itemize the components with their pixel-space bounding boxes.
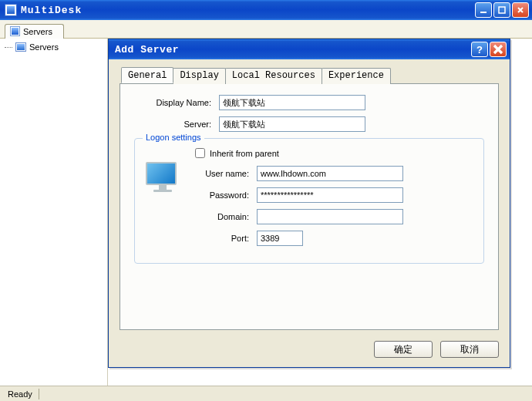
logon-settings-group: Logon settings Inherit from parent (134, 138, 484, 264)
close-button[interactable] (512, 2, 529, 18)
tab-display[interactable]: Display (173, 68, 225, 84)
dialog-tabs: General Display Local Resources Experien… (121, 67, 499, 83)
tab-experience-label: Experience (328, 70, 384, 81)
app-icon (5, 4, 17, 16)
logon-legend: Logon settings (143, 133, 204, 142)
servers-icon (10, 26, 20, 36)
server-label: Server: (134, 120, 219, 129)
status-text: Ready (5, 389, 39, 399)
tab-general-label: General (128, 70, 167, 81)
tree-root-servers[interactable]: Servers (12, 42, 104, 52)
tab-servers[interactable]: Servers (5, 24, 64, 39)
svg-rect-1 (499, 7, 505, 13)
username-label: User name: (195, 169, 257, 178)
port-label: Port: (195, 234, 257, 243)
tab-local-resources[interactable]: Local Resources (225, 68, 322, 84)
dialog-close-button[interactable] (490, 42, 507, 57)
main-tabstrip: Servers (0, 20, 532, 39)
display-name-label: Display Name: (134, 98, 219, 107)
maximize-button[interactable] (493, 2, 510, 18)
close-icon (490, 42, 506, 57)
username-input[interactable] (257, 166, 403, 181)
app-title: MultiDesk (21, 5, 475, 16)
port-input[interactable] (257, 231, 303, 246)
ok-button[interactable]: 确定 (374, 341, 433, 358)
tab-local-resources-label: Local Resources (232, 70, 315, 81)
tab-experience[interactable]: Experience (322, 68, 391, 84)
server-input[interactable] (219, 116, 365, 132)
main-titlebar: MultiDesk (0, 0, 532, 20)
servers-tree-icon (15, 42, 26, 52)
tab-display-label: Display (180, 70, 218, 81)
dialog-help-button[interactable]: ? (471, 42, 488, 57)
minimize-button[interactable] (475, 2, 492, 18)
inherit-label: Inherit from parent (210, 149, 279, 158)
tab-panel-general: Display Name: Server: Logon settings (120, 83, 499, 330)
tree-root-label: Servers (29, 42, 59, 52)
statusbar: Ready (0, 386, 532, 401)
tree-connector (5, 47, 12, 48)
status-separator (39, 388, 39, 399)
svg-rect-0 (480, 12, 487, 13)
dialog-title: Add Server (115, 44, 471, 56)
sidebar: Servers (0, 39, 108, 386)
add-server-dialog: Add Server ? General Display Local Resou… (108, 39, 510, 368)
tab-servers-label: Servers (23, 27, 52, 36)
display-name-input[interactable] (219, 95, 365, 110)
password-input[interactable] (257, 187, 403, 203)
computer-icon (146, 162, 180, 196)
help-icon: ? (476, 44, 483, 56)
dialog-titlebar: Add Server ? (109, 39, 510, 59)
domain-label: Domain: (195, 212, 257, 221)
inherit-checkbox[interactable] (195, 148, 205, 158)
tab-general[interactable]: General (121, 67, 173, 83)
cancel-button[interactable]: 取消 (440, 341, 499, 358)
domain-input[interactable] (257, 209, 403, 224)
password-label: Password: (195, 190, 257, 200)
